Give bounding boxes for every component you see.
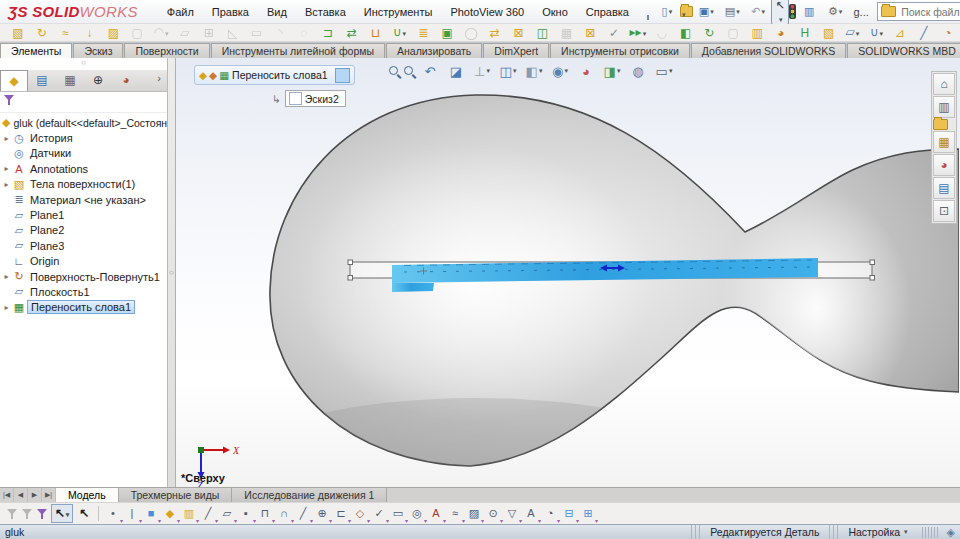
filter-origins[interactable]: ⊕▾ xyxy=(314,505,330,522)
dropdown-arrow-icon[interactable]: ▾ xyxy=(839,8,843,16)
panel-splitter-handle[interactable]: ○ xyxy=(0,58,167,70)
panel-splitter[interactable]: ○ xyxy=(168,58,176,487)
expand-arrow-icon[interactable]: ▸ xyxy=(2,272,11,281)
filter-coordinate-systems[interactable]: ⊏▾ xyxy=(333,505,349,522)
graphics-viewport[interactable]: X Z ◆◆▦ Переносить слова1 ↳ Эскиз2 ↶◪⊥▾◫… xyxy=(176,58,960,487)
knit-surface[interactable]: ∪▾ xyxy=(388,24,412,42)
design-library-icon[interactable]: ▥ xyxy=(933,96,955,118)
file-explorer-icon[interactable] xyxy=(933,119,948,130)
dropdown-arrow-icon[interactable]: ▾ xyxy=(669,8,673,16)
delete-body[interactable]: ⊠ xyxy=(578,25,602,41)
dropdown-arrow-icon[interactable]: ▾ xyxy=(513,67,517,75)
feature-icon[interactable]: ◆ xyxy=(199,69,207,81)
tree-root[interactable]: ◆gluk (default<<default>_Состояние отобр… xyxy=(0,115,167,130)
filter-contours[interactable]: ⊓▾ xyxy=(257,505,273,522)
apply-scene-icon[interactable]: ◨▾ xyxy=(600,61,624,81)
menu-0[interactable]: Файл xyxy=(158,0,203,24)
view-palette-icon[interactable]: ▦ xyxy=(933,131,955,153)
view-planes-icon[interactable]: ⊥▾ xyxy=(470,61,494,81)
trim-surface[interactable]: ⇄ xyxy=(340,25,364,41)
tree-item-7[interactable]: ▱Plane3 xyxy=(0,238,167,253)
panel-tabs-overflow[interactable]: › xyxy=(151,70,167,91)
filter-blocks[interactable]: A▾ xyxy=(523,505,539,522)
reference-plane[interactable]: ▱▾ xyxy=(841,24,865,42)
cut-with-surface[interactable]: ◯ xyxy=(459,25,483,41)
menu-7[interactable]: Справка xyxy=(577,0,638,24)
tree-item-10[interactable]: ▱Плоскость1 xyxy=(0,284,167,299)
filter-surface-bodies[interactable]: ◆▾ xyxy=(162,505,178,522)
rebuild-button[interactable] xyxy=(789,4,796,19)
mirror-surface[interactable]: ◫ xyxy=(531,25,555,41)
dropdown-arrow-icon[interactable]: ▾ xyxy=(762,8,766,16)
breadcrumb[interactable]: ◆◆▦ Переносить слова1 xyxy=(194,65,355,85)
tree-item-5[interactable]: ▱Plane1 xyxy=(0,207,167,222)
dimxpertmanager-tab[interactable]: ⊕ xyxy=(84,70,112,91)
tree-item-9[interactable]: ▸↻Поверхность-Повернуть1 xyxy=(0,269,167,284)
evaluate-button[interactable]: ▥ xyxy=(796,1,822,23)
extruded-surface[interactable]: ▧ xyxy=(6,25,30,41)
dropdown-arrow-icon[interactable]: ▾ xyxy=(736,8,740,16)
dropdown-arrow-icon[interactable]: ▾ xyxy=(617,67,621,75)
pattern-surface[interactable]: ▦ xyxy=(554,25,578,41)
dropdown-arrow-icon[interactable]: ▾ xyxy=(403,30,407,37)
swept-surface[interactable]: ≈ xyxy=(54,25,78,41)
thickened-cut[interactable]: ▣ xyxy=(435,25,459,41)
dropdown-arrow-icon[interactable]: ▾ xyxy=(66,511,70,518)
print-button[interactable]: ▤▾ xyxy=(719,1,745,23)
search-input[interactable] xyxy=(899,5,960,19)
bottom-tab-2[interactable]: Исследование движения 1 xyxy=(232,488,387,502)
filter-lines[interactable]: ╱▾ xyxy=(295,505,311,522)
previous-view-icon[interactable]: ↶ xyxy=(418,61,442,81)
filled-surface[interactable]: ▢ xyxy=(125,25,149,41)
open-button[interactable]: ▾ xyxy=(680,6,693,17)
replace-entity[interactable]: ▸▸▾ xyxy=(626,24,650,42)
filter-off-icon[interactable] xyxy=(6,508,18,520)
view-orientation-icon[interactable]: ◫▾ xyxy=(496,61,520,81)
search-scope-folder-icon[interactable] xyxy=(881,6,896,17)
display-style-icon[interactable]: ◧▾ xyxy=(522,61,546,81)
save-button[interactable]: ▣▾ xyxy=(693,1,719,23)
tree-item-3[interactable]: ▸▧Тела поверхности(1) xyxy=(0,177,167,192)
section-view-icon[interactable]: ◪ xyxy=(444,61,468,81)
next-tab-button[interactable]: ▶ xyxy=(28,488,42,502)
clear-filters-icon[interactable] xyxy=(21,508,33,520)
dropdown-arrow-icon[interactable]: ▾ xyxy=(564,67,568,75)
dropdown-arrow-icon[interactable]: ▾ xyxy=(856,30,860,37)
lasso-select-tool[interactable]: ↖ xyxy=(76,505,92,522)
tree-item-6[interactable]: ▱Plane2 xyxy=(0,223,167,238)
filter-welds[interactable]: ▽▾ xyxy=(504,505,520,522)
surface-flatten[interactable]: ▭ xyxy=(244,25,268,41)
dropdown-arrow-icon[interactable]: ▾ xyxy=(682,11,686,18)
freeform[interactable]: ◠▾ xyxy=(149,24,173,42)
tree-item-2[interactable]: ▸AAnnotations xyxy=(0,161,167,176)
undo-button[interactable]: ↶▾ xyxy=(745,1,771,23)
tree-item-11[interactable]: ▸▦Переносить слова1 xyxy=(0,300,167,315)
dropdown-arrow-icon[interactable]: ▾ xyxy=(643,30,647,37)
expand-arrow-icon[interactable]: ▸ xyxy=(2,164,11,173)
tab-8[interactable]: SOLIDWORKS MBD xyxy=(847,43,960,58)
forum-icon[interactable]: ⊡ xyxy=(933,200,955,222)
model-canvas[interactable]: X Z xyxy=(176,58,959,487)
delete-face[interactable]: ⊠ xyxy=(507,25,531,41)
filter-funnel-icon[interactable] xyxy=(3,94,15,106)
filter-toggle-icon[interactable] xyxy=(36,508,48,520)
propertymanager-tab[interactable]: ▤ xyxy=(28,70,56,91)
zoom-area-icon[interactable] xyxy=(403,65,416,78)
replace-face[interactable]: ⇄ xyxy=(483,25,507,41)
filter-points[interactable]: ▪▾ xyxy=(238,505,254,522)
dropdown-arrow-icon[interactable]: ▾ xyxy=(669,67,673,75)
tab-1[interactable]: Эскиз xyxy=(73,43,123,58)
tree-item-0[interactable]: ▸◷История xyxy=(0,130,167,145)
home-icon[interactable]: ⌂ xyxy=(933,73,955,95)
first-tab-button[interactable]: |◀ xyxy=(0,488,14,502)
untrim2[interactable]: ▢ xyxy=(721,25,745,41)
fillet[interactable]: ◝ xyxy=(268,25,292,41)
configurationmanager-tab[interactable]: ▦ xyxy=(56,70,84,91)
dropdown-arrow-icon[interactable]: ▾ xyxy=(486,67,490,75)
bottom-tab-0[interactable]: Модель xyxy=(56,488,119,502)
box-feature[interactable]: ▧ xyxy=(817,25,841,41)
menu-1[interactable]: Правка xyxy=(203,0,258,24)
menu-4[interactable]: Инструменты xyxy=(355,0,442,24)
extend-surface[interactable]: ⊐ xyxy=(316,25,340,41)
filter-magnifier[interactable]: ◎▾ xyxy=(409,505,425,522)
